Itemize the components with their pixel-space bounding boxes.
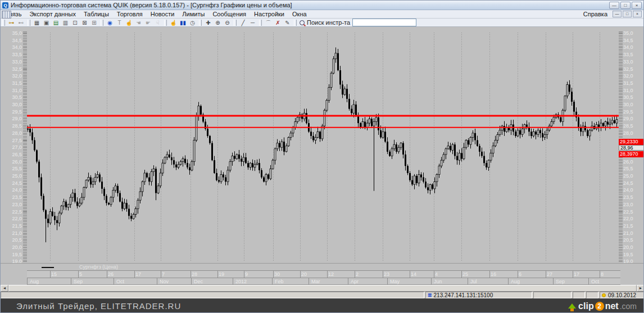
hand-up-icon[interactable]: ☝ xyxy=(124,19,134,26)
month-label: Nov xyxy=(160,279,169,284)
price-tick-label: 32,0 xyxy=(623,73,644,79)
find-table-icon[interactable]: ⊡ xyxy=(70,19,80,26)
menu-novosti[interactable]: Новости xyxy=(147,11,179,17)
zoom-out-icon[interactable]: ⊖ xyxy=(223,19,232,26)
move-icon[interactable]: ✚ xyxy=(203,19,213,26)
horizontal-scrollbar[interactable]: ◄ ► xyxy=(1,285,644,292)
level-price-label-upper: 29,2330 xyxy=(619,139,644,145)
toolbar: ⊶⊷▦▣▤▥⊡⊠⊞◉T☝☚☛☟☝▮▮◷✚⊕⊖╱─⌒✗✎Поиск инстр-т… xyxy=(1,19,643,27)
clip2net-watermark[interactable]: clip 2 net .com xyxy=(568,301,637,311)
month-label: Jun xyxy=(434,279,442,284)
price-tick-label: 30,5 xyxy=(1,94,22,100)
month-divider xyxy=(27,278,28,284)
toolbar-group-separator xyxy=(259,20,262,26)
price-tick-label: 21,0 xyxy=(623,230,644,236)
candles-table-icon[interactable]: ▥ xyxy=(61,19,70,26)
day-divider xyxy=(134,271,135,278)
day-label: 8 xyxy=(601,271,604,277)
status-date: 09.10.2012 xyxy=(608,292,636,298)
price-tick-label: 23,5 xyxy=(1,194,22,200)
month-label: Oct xyxy=(116,279,124,284)
clip2net-com: .com xyxy=(620,302,637,311)
menu-nastroyki[interactable]: Настройки xyxy=(250,11,288,17)
scrollbar-thumb[interactable] xyxy=(8,285,637,292)
close-button[interactable]: × xyxy=(632,2,642,9)
maximize-button[interactable]: □ xyxy=(620,2,631,9)
day-label: 6 xyxy=(519,271,521,277)
clip2net-net: net xyxy=(605,301,619,311)
menu-tablicy[interactable]: Таблицы xyxy=(80,11,113,17)
month-divider xyxy=(157,278,157,284)
day-divider xyxy=(410,271,410,278)
connect-key-icon[interactable]: ⊶ xyxy=(7,19,16,26)
menu-export[interactable]: Экспорт данных xyxy=(25,11,79,17)
disconnect-key-icon[interactable]: ⊷ xyxy=(16,19,26,26)
image-icon[interactable]: ▣ xyxy=(42,19,51,26)
menu-limity[interactable]: Лимиты xyxy=(178,11,208,17)
price-tick-label: 30,5 xyxy=(623,94,644,100)
title-bar[interactable]: Q Информационно-торговая система QUIK (в… xyxy=(1,1,643,10)
candlestick-plot[interactable] xyxy=(27,31,619,263)
hand-down-icon[interactable]: ☟ xyxy=(153,19,162,26)
menu-spravka[interactable]: Справка xyxy=(579,11,611,17)
mdi-minimize-button[interactable]: — xyxy=(613,11,622,17)
status-message-cell xyxy=(1,292,424,298)
mdi-restore-button[interactable]: □ xyxy=(623,11,632,17)
horizontal-line-icon[interactable]: ─ xyxy=(248,19,257,26)
table-icon[interactable]: ▤ xyxy=(51,19,61,26)
server-address: 213.247.141.131:15100 xyxy=(434,292,493,298)
price-tick-label: 28,5 xyxy=(1,123,22,129)
month-label: Apr xyxy=(351,279,359,284)
instrument-search-input[interactable] xyxy=(352,19,416,26)
copy-table-icon[interactable]: ⊞ xyxy=(89,19,99,26)
hand-left-icon[interactable]: ☚ xyxy=(134,19,143,26)
pencil-icon[interactable]: ✎ xyxy=(283,19,292,26)
cursor-hand-icon[interactable]: ☝ xyxy=(169,19,178,26)
quote-icon[interactable]: ◉ xyxy=(105,19,115,26)
zoom-in-icon[interactable]: ⊕ xyxy=(213,19,223,26)
mdi-close-button[interactable]: × xyxy=(633,11,642,17)
day-label: 30 xyxy=(274,271,280,277)
toolbar-group-separator xyxy=(294,20,297,26)
ellipse-icon[interactable]: ⌒ xyxy=(264,19,273,26)
month-label: Aug xyxy=(30,279,39,284)
status-empty-cell xyxy=(533,292,572,298)
time-axis-days: 15526177281993020122231442516627178 xyxy=(27,270,620,278)
system-menu-icon[interactable] xyxy=(2,11,11,19)
hands-icon[interactable]: ☛ xyxy=(143,19,153,26)
month-label: Sep xyxy=(74,279,83,284)
month-divider xyxy=(553,278,554,284)
minimize-button[interactable]: — xyxy=(609,2,619,9)
price-tick-label: 21,0 xyxy=(1,230,22,236)
delete-drawing-icon[interactable]: ✗ xyxy=(273,19,283,26)
price-tick-label: 26,0 xyxy=(623,159,644,165)
volume-chart-icon[interactable]: ▮▮ xyxy=(178,19,188,26)
day-label: 2 xyxy=(356,271,359,277)
month-label: May xyxy=(390,279,400,284)
month-divider xyxy=(309,278,309,284)
text-icon[interactable]: T xyxy=(115,19,124,26)
trend-line-icon[interactable]: ╱ xyxy=(238,19,248,26)
quik-app-icon: Q xyxy=(2,2,8,8)
interval-clock-icon[interactable]: ◷ xyxy=(188,19,197,26)
menu-okna[interactable]: Окна xyxy=(288,11,311,17)
quik-window: Q Информационно-торговая система QUIK (в… xyxy=(0,0,644,313)
month-label: 2012 xyxy=(235,279,247,284)
day-label: 14 xyxy=(411,271,416,277)
price-tick-label: 32,5 xyxy=(623,66,644,72)
menu-torgovlya[interactable]: Торговля xyxy=(113,11,147,17)
price-axis-left: 35,034,534,033,533,032,532,031,531,030,5… xyxy=(1,31,22,263)
status-date-cell: 09.10.2012 xyxy=(600,292,644,298)
scroll-right-button[interactable]: ► xyxy=(637,285,644,292)
close-table-icon[interactable]: ⊠ xyxy=(80,19,89,26)
month-label: Feb xyxy=(275,279,284,284)
menu-soobsheniya[interactable]: Сообщения xyxy=(208,11,250,17)
day-divider xyxy=(355,271,355,278)
search-icon xyxy=(300,20,305,25)
day-label: 4 xyxy=(435,271,438,277)
chart-area[interactable]: 35,034,534,033,533,032,532,031,531,030,5… xyxy=(1,27,644,263)
day-label: 15 xyxy=(51,271,57,277)
new-chart-icon[interactable]: ▦ xyxy=(32,19,42,26)
price-tick-label: 20,5 xyxy=(623,237,644,243)
scroll-left-button[interactable]: ◄ xyxy=(1,285,8,292)
